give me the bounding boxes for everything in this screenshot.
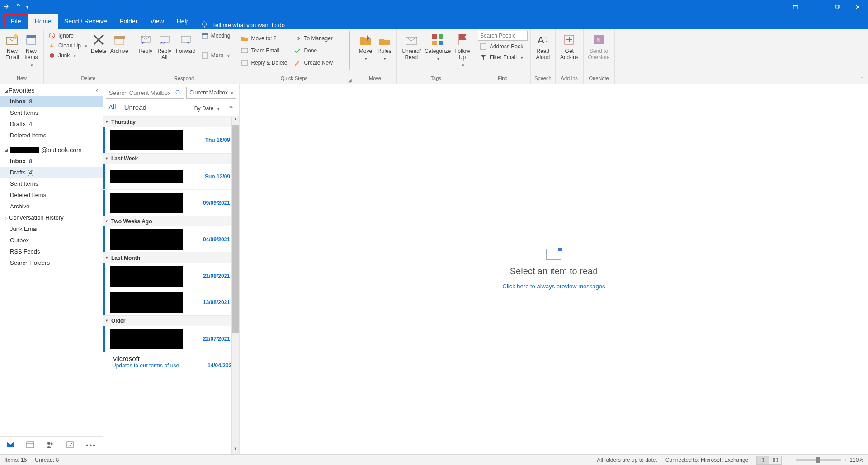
- message-item[interactable]: Microsoft Updates to our terms of use14/…: [103, 352, 239, 370]
- filter-all[interactable]: All: [108, 103, 116, 113]
- folder-drafts-fav[interactable]: Drafts [4]: [0, 118, 103, 130]
- always-preview-link[interactable]: Click here to always preview messages: [503, 283, 605, 290]
- message-item[interactable]: 13/08/2021: [103, 289, 239, 315]
- read-aloud-button[interactable]: ARead Aloud: [533, 31, 552, 61]
- sort-dropdown[interactable]: By Date: [194, 105, 234, 112]
- collapse-folder-pane-icon[interactable]: ‹: [96, 87, 98, 94]
- qs-move-to[interactable]: Move to: ?: [241, 35, 294, 42]
- qs-done[interactable]: Done: [294, 47, 347, 54]
- folder-sent-fav[interactable]: Sent Items: [0, 107, 103, 118]
- nav-tasks-icon[interactable]: [66, 441, 74, 450]
- tab-folder[interactable]: Folder: [113, 14, 144, 29]
- follow-up-button[interactable]: Follow Up: [453, 31, 472, 68]
- folder-archive[interactable]: Archive: [0, 201, 103, 212]
- search-people-input[interactable]: [478, 31, 528, 41]
- scroll-down-icon[interactable]: ▼: [232, 446, 239, 454]
- search-mailbox-input[interactable]: Search Current Mailbox: [106, 87, 184, 99]
- reply-button[interactable]: Reply: [136, 31, 155, 54]
- view-reading-icon[interactable]: ▯▯: [769, 456, 782, 465]
- group-last-week[interactable]: Last Week: [103, 153, 239, 164]
- message-item[interactable]: Sun 12/09: [103, 164, 239, 190]
- close-icon[interactable]: [847, 0, 868, 14]
- send-to-onenote-button[interactable]: NSend to OneNote: [586, 31, 612, 61]
- zoom-control[interactable]: − + 110%: [790, 457, 863, 463]
- qat-sendreceive-icon[interactable]: [3, 3, 10, 11]
- cleanup-button[interactable]: Clean Up: [47, 41, 89, 51]
- unread-read-button[interactable]: Unread/ Read: [400, 31, 423, 61]
- message-item[interactable]: 22/07/2021: [103, 326, 239, 352]
- message-preview-redacted: [110, 170, 183, 183]
- tell-me-search[interactable]: Tell me what you want to do: [200, 21, 284, 29]
- tab-home[interactable]: Home: [28, 14, 58, 29]
- nav-people-icon[interactable]: [46, 441, 54, 450]
- folder-drafts[interactable]: Drafts [4]: [0, 167, 103, 178]
- message-item[interactable]: Thu 16/09: [103, 127, 239, 153]
- folder-conversation-history[interactable]: ▷Conversation History: [0, 212, 103, 223]
- folder-search-folders[interactable]: Search Folders: [0, 257, 103, 268]
- ignore-button[interactable]: Ignore: [47, 31, 89, 41]
- folder-sent[interactable]: Sent Items: [0, 178, 103, 189]
- maximize-icon[interactable]: [826, 0, 847, 14]
- folder-deleted[interactable]: Deleted Items: [0, 189, 103, 201]
- message-list[interactable]: Thursday Thu 16/09 Last Week Sun 12/09 0…: [103, 117, 239, 454]
- group-thursday[interactable]: Thursday: [103, 117, 239, 127]
- tab-send-receive[interactable]: Send / Receive: [58, 14, 113, 29]
- filter-unread[interactable]: Unread: [124, 103, 146, 113]
- folder-inbox[interactable]: Inbox 8: [0, 155, 103, 167]
- message-item[interactable]: 04/09/2021: [103, 226, 239, 253]
- new-items-button[interactable]: New Items: [22, 31, 41, 68]
- delete-button[interactable]: Delete: [89, 31, 108, 54]
- folder-inbox-fav[interactable]: Inbox 8: [0, 96, 103, 107]
- nav-calendar-icon[interactable]: [26, 441, 34, 450]
- folder-outbox[interactable]: Outbox: [0, 235, 103, 246]
- folder-junk[interactable]: Junk Email: [0, 223, 103, 235]
- zoom-out-icon[interactable]: −: [790, 457, 793, 463]
- more-respond-button[interactable]: More: [199, 51, 232, 61]
- group-two-weeks[interactable]: Two Weeks Ago: [103, 216, 239, 226]
- nav-mail-icon[interactable]: [6, 441, 14, 450]
- collapse-ribbon-icon[interactable]: ⌃: [859, 76, 865, 82]
- move-button[interactable]: Move: [356, 31, 375, 61]
- forward-button[interactable]: Forward: [174, 31, 198, 54]
- scroll-up-icon[interactable]: ▲: [232, 117, 239, 124]
- qs-to-manager[interactable]: To Manager: [294, 35, 347, 42]
- junk-button[interactable]: Junk: [47, 51, 89, 61]
- folder-deleted-fav[interactable]: Deleted Items: [0, 130, 103, 141]
- group-last-month[interactable]: Last Month: [103, 253, 239, 263]
- view-normal-icon[interactable]: ▯: [756, 456, 769, 465]
- qat-customize-icon[interactable]: ▾: [26, 5, 28, 9]
- nav-more-icon[interactable]: •••: [86, 442, 96, 450]
- qs-team-email[interactable]: Team Email: [241, 47, 294, 54]
- quicksteps-dialog-launcher-icon[interactable]: ◢: [348, 78, 352, 83]
- tab-file[interactable]: File: [4, 14, 28, 28]
- message-item[interactable]: 09/09/2021: [103, 190, 239, 216]
- meeting-button[interactable]: Meeting: [199, 31, 232, 41]
- zoom-slider[interactable]: [796, 459, 841, 461]
- sort-direction-icon[interactable]: [228, 106, 234, 111]
- tab-help[interactable]: Help: [170, 14, 196, 29]
- zoom-in-icon[interactable]: +: [844, 457, 847, 463]
- qs-create-new[interactable]: Create New: [294, 59, 347, 66]
- quick-steps-gallery[interactable]: Move to: ? To Manager Team Email Done Re…: [238, 31, 350, 70]
- minimize-icon[interactable]: [806, 0, 826, 14]
- message-item[interactable]: 21/08/2021: [103, 263, 239, 289]
- categorize-button[interactable]: Categorize: [423, 31, 453, 61]
- qs-reply-delete[interactable]: Reply & Delete: [241, 59, 294, 66]
- message-list-scrollbar[interactable]: ▲ ▼: [231, 117, 239, 454]
- favorites-header[interactable]: ◢Favorites ‹: [0, 84, 103, 96]
- archive-button[interactable]: Archive: [108, 31, 130, 54]
- rules-button[interactable]: Rules: [375, 31, 394, 61]
- group-older[interactable]: Older: [103, 315, 239, 326]
- account-header[interactable]: ◢@outlook.com: [0, 141, 103, 155]
- undo-icon[interactable]: [14, 3, 22, 11]
- ribbon-display-icon[interactable]: [785, 0, 806, 14]
- get-addins-button[interactable]: Get Add-ins: [558, 31, 580, 61]
- filter-email-button[interactable]: Filter Email: [478, 52, 528, 62]
- tab-view[interactable]: View: [144, 14, 170, 29]
- folder-rss[interactable]: RSS Feeds: [0, 246, 103, 257]
- new-email-button[interactable]: New Email: [3, 31, 22, 61]
- address-book-button[interactable]: Address Book: [478, 42, 528, 52]
- search-scope-dropdown[interactable]: Current Mailbox: [186, 87, 236, 99]
- scroll-thumb[interactable]: [232, 125, 239, 333]
- reply-all-button[interactable]: Reply All: [155, 31, 174, 61]
